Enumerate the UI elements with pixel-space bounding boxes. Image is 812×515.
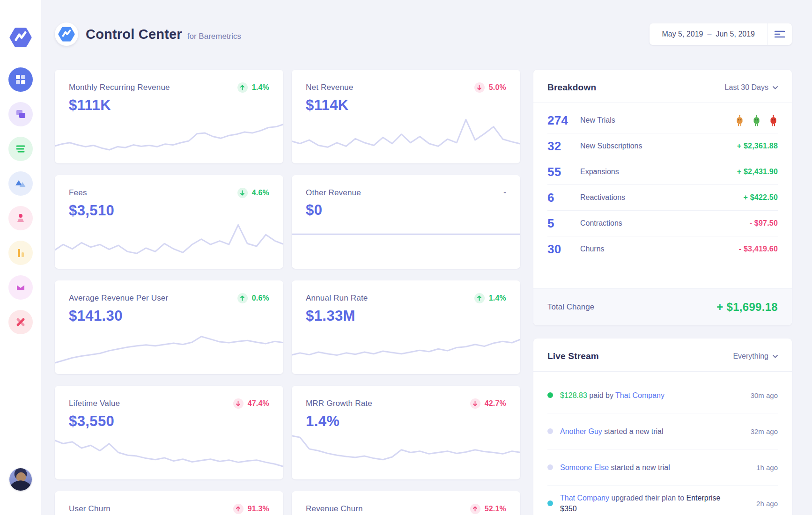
metric-card-header: Fees4.6% <box>69 188 269 198</box>
triangles-icon <box>15 178 27 189</box>
breakdown-filter-dropdown[interactable]: Last 30 Days <box>725 83 778 92</box>
sidebar-item-lists[interactable] <box>8 137 33 161</box>
metric-title: Net Revenue <box>306 83 353 92</box>
sidebar <box>0 0 41 515</box>
metric-card[interactable]: MRR Growth Rate42.7%1.4% <box>292 386 520 479</box>
arrow-up-icon <box>233 504 244 514</box>
sparkline-chart <box>55 325 283 369</box>
person-icon <box>15 213 26 224</box>
filter-button[interactable] <box>767 23 792 45</box>
metric-card[interactable]: Net Revenue5.0%$114K <box>292 70 520 163</box>
live-stream-time: 30m ago <box>745 391 778 399</box>
metric-card[interactable]: Revenue Churn52.1% <box>292 491 520 515</box>
metric-change-badge: 52.1% <box>470 504 506 514</box>
metric-title: Annual Run Rate <box>306 294 368 303</box>
metric-card[interactable]: Monthly Recurring Revenue1.4%$111K <box>55 70 283 163</box>
customer-link[interactable]: That Company <box>560 494 609 502</box>
trial-monster-avatar-2[interactable] <box>752 115 761 126</box>
trial-monster-avatar-3[interactable] <box>769 115 778 126</box>
page-title: Control Center <box>86 27 182 42</box>
breakdown-count: 32 <box>547 139 574 154</box>
stream-text-part: started a new trial <box>602 427 664 435</box>
metric-value: $3,510 <box>69 202 269 219</box>
breakdown-card: Breakdown Last 30 Days 274New Trials32Ne… <box>533 70 792 325</box>
date-range-display[interactable]: May 5, 2019 – Jun 5, 2019 <box>650 23 767 45</box>
metric-change-value: 47.4% <box>248 399 269 408</box>
customer-link[interactable]: Another Guy <box>560 427 602 435</box>
metric-change-value: 1.4% <box>252 83 269 92</box>
metric-value: $3,550 <box>69 413 269 430</box>
metric-change-value: 52.1% <box>485 505 506 513</box>
live-stream-filter-dropdown[interactable]: Everything <box>733 352 778 360</box>
metric-change-badge: 0.6% <box>237 293 269 303</box>
metric-card-header: MRR Growth Rate42.7% <box>306 398 506 409</box>
metric-card[interactable]: Fees4.6%$3,510 <box>55 175 283 269</box>
sidebar-item-charts[interactable] <box>8 241 33 265</box>
stream-text-part: upgraded their plan to <box>609 494 687 502</box>
trial-monster-avatar-1[interactable] <box>735 115 744 126</box>
sidebar-item-dashboard[interactable] <box>8 67 33 92</box>
breakdown-value: - $97.50 <box>750 219 778 228</box>
metric-title: Lifetime Value <box>69 399 120 408</box>
sidebar-item-messages[interactable] <box>8 275 33 300</box>
sidebar-item-trends[interactable] <box>8 171 33 196</box>
breakdown-label: Contractions <box>580 219 622 228</box>
metric-value: $1.33M <box>306 308 506 324</box>
metric-value: $111K <box>69 97 269 114</box>
breakdown-label: New Trials <box>580 116 615 125</box>
envelope-icon <box>15 282 26 293</box>
breakdown-count: 5 <box>547 216 574 231</box>
metric-card[interactable]: Lifetime Value47.4%$3,550 <box>55 386 283 479</box>
breakdown-label: New Subscriptions <box>580 142 642 150</box>
breakdown-title: Breakdown <box>547 82 596 93</box>
live-stream-filter-label: Everything <box>733 352 768 360</box>
arrow-up-icon <box>474 293 485 303</box>
live-stream-header: Live Stream Everything <box>533 338 792 372</box>
date-end: Jun 5, 2019 <box>716 30 755 38</box>
metric-card[interactable]: Other Revenue-$0 <box>292 175 520 269</box>
metric-change-badge: 1.4% <box>474 293 506 303</box>
metric-title: Other Revenue <box>306 188 361 198</box>
sparkline-chart <box>292 430 520 475</box>
metric-change-value: 42.7% <box>485 399 506 408</box>
metric-title: Monthly Recurring Revenue <box>69 83 170 92</box>
metric-card[interactable]: Annual Run Rate1.4%$1.33M <box>292 280 520 374</box>
breakdown-row: 274New Trials <box>547 108 778 133</box>
live-stream-text: That Company upgraded their plan to Ente… <box>560 493 733 514</box>
metric-title: Average Revenue Per User <box>69 294 168 303</box>
date-range-picker: May 5, 2019 – Jun 5, 2019 <box>650 23 792 45</box>
live-stream-text: Someone Else started a new trial <box>560 462 670 473</box>
page-subtitle: for Baremetrics <box>187 32 241 41</box>
sidebar-item-people[interactable] <box>8 206 33 230</box>
breakdown-row: 30Churns- $3,419.60 <box>547 236 778 262</box>
metric-card[interactable]: Average Revenue Per User0.6%$141.30 <box>55 280 283 374</box>
breakdown-label: Reactivations <box>580 193 625 202</box>
user-avatar[interactable] <box>9 468 32 491</box>
metric-cards-grid: Monthly Recurring Revenue1.4%$111KNet Re… <box>55 70 520 515</box>
metric-card-header: Net Revenue5.0% <box>306 82 506 93</box>
arrow-up-icon <box>237 293 248 303</box>
live-stream-item: That Company upgraded their plan to Ente… <box>547 486 778 515</box>
breakdown-row: 32New Subscriptions+ $2,361.88 <box>547 133 778 159</box>
chevron-down-icon <box>773 86 778 89</box>
sparkline-chart <box>55 114 283 159</box>
customer-link[interactable]: That Company <box>615 391 664 399</box>
live-stream-item: Someone Else started a new trial1h ago <box>547 449 778 486</box>
breakdown-label: Churns <box>580 245 605 253</box>
metric-title: User Churn <box>69 504 111 514</box>
stream-text-part: paid by <box>587 391 615 399</box>
sidebar-item-cancellations[interactable] <box>8 310 33 334</box>
metric-card[interactable]: User Churn91.3% <box>55 491 283 515</box>
total-change-value: + $1,699.18 <box>716 301 778 314</box>
baremetrics-logo-icon[interactable] <box>9 26 32 51</box>
metric-change-value: 5.0% <box>489 83 506 92</box>
live-stream-card: Live Stream Everything $128.83 paid by T… <box>533 338 792 515</box>
customer-link[interactable]: Someone Else <box>560 464 609 471</box>
metric-title: Fees <box>69 188 87 198</box>
dashboard-layout: Monthly Recurring Revenue1.4%$111KNet Re… <box>55 70 792 515</box>
baremetrics-hexagon-icon <box>58 26 75 43</box>
cyan-dot-icon <box>547 500 553 506</box>
sidebar-item-segments[interactable] <box>8 102 33 126</box>
trial-avatars <box>735 115 778 126</box>
metric-value: $114K <box>306 97 506 114</box>
